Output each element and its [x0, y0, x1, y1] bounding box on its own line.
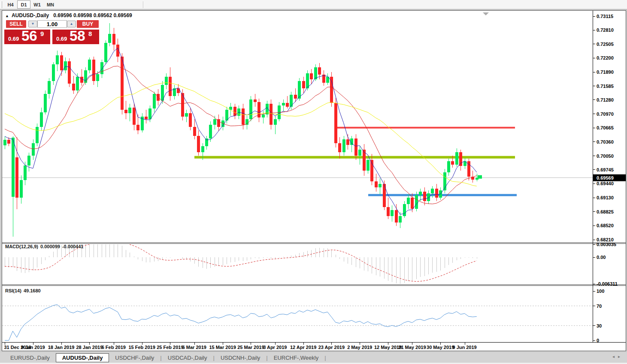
svg-text:30: 30 — [597, 323, 602, 328]
svg-text:0.73115: 0.73115 — [597, 14, 613, 19]
svg-text:0: 0 — [597, 338, 599, 343]
svg-text:30 May 2019: 30 May 2019 — [427, 345, 454, 350]
chart-title-row: ▲AUDUSD-,Daily0.69596 0.69598 0.69562 0.… — [5, 12, 132, 18]
collapse-trade-panel-icon[interactable]: ▲ — [5, 14, 9, 18]
tab-scroll-arrows: ◂▸ — [612, 354, 624, 359]
volume-increase-button[interactable]: ▲ — [67, 21, 76, 27]
chart-background — [2, 11, 626, 351]
svg-text:0.69569: 0.69569 — [597, 175, 614, 180]
tab-eurchf-weekly[interactable]: EURCHF-,Weekly — [269, 354, 324, 362]
svg-text:0.00: 0.00 — [597, 255, 606, 260]
svg-text:70: 70 — [597, 304, 602, 309]
svg-text:0.68520: 0.68520 — [597, 223, 614, 228]
svg-text:9 Jan 2019: 9 Jan 2019 — [21, 345, 45, 350]
timeframe-toolbar: H4 D1 W1 MN — [0, 0, 627, 9]
svg-text:25 Feb 2019: 25 Feb 2019 — [157, 345, 183, 350]
buy-price-base: 0.69 — [56, 36, 67, 42]
svg-text:18 Jan 2019: 18 Jan 2019 — [48, 345, 75, 350]
svg-text:0.72505: 0.72505 — [597, 42, 614, 47]
svg-text:0.69440: 0.69440 — [597, 181, 614, 186]
macd-indicator-label: MACD(12,26,9)0.000099-0.000441 — [5, 244, 85, 249]
svg-text:0.71280: 0.71280 — [597, 97, 614, 102]
rsi-name: RSI(14) — [5, 288, 21, 293]
svg-text:28 Jan 2019: 28 Jan 2019 — [76, 345, 103, 350]
tab-usdchf-daily[interactable]: USDCHF-,Daily — [110, 354, 159, 362]
svg-text:25 Mar 2019: 25 Mar 2019 — [237, 345, 264, 350]
tab-separator: | — [159, 355, 162, 361]
svg-text:3 Apr 2019: 3 Apr 2019 — [263, 345, 287, 350]
buy-price-box[interactable]: 0.69 58 8 — [52, 30, 99, 44]
svg-text:6 Feb 2019: 6 Feb 2019 — [102, 345, 126, 350]
price-chart-canvas[interactable]: 0.731150.728100.725050.722000.718900.715… — [2, 11, 626, 351]
timeframe-d1-button[interactable]: D1 — [17, 0, 30, 9]
svg-text:0.69745: 0.69745 — [597, 167, 614, 172]
svg-text:0.69130: 0.69130 — [597, 195, 614, 200]
tab-eurusd-daily[interactable]: EURUSD-,Daily — [5, 354, 55, 362]
macd-main-value: 0.000099 — [40, 244, 60, 249]
macd-signal-value: -0.000441 — [62, 244, 84, 249]
sell-price-box[interactable]: 0.69 56 9 — [4, 30, 50, 44]
tab-separator: | — [265, 355, 268, 361]
chart-ohlc-values: 0.69596 0.69598 0.69562 0.69569 — [53, 12, 132, 18]
toolbar-grip[interactable] — [1, 1, 2, 8]
svg-text:12 May 2019: 12 May 2019 — [374, 345, 402, 350]
svg-text:15 Mar 2019: 15 Mar 2019 — [209, 345, 236, 350]
svg-text:0.003035: 0.003035 — [597, 242, 616, 247]
svg-text:23 Apr 2019: 23 Apr 2019 — [318, 345, 345, 350]
tab-separator: | — [324, 355, 327, 361]
rsi-value: 49.1680 — [24, 288, 41, 293]
svg-text:100: 100 — [597, 289, 604, 294]
svg-text:12 Apr 2019: 12 Apr 2019 — [290, 345, 316, 350]
svg-text:0.70665: 0.70665 — [597, 125, 614, 130]
svg-text:0.68825: 0.68825 — [597, 209, 614, 214]
tab-audusd-daily[interactable]: AUDUSD-,Daily — [56, 353, 109, 362]
chart-window: 0.731150.728100.725050.722000.718900.715… — [2, 10, 626, 351]
buy-button[interactable]: BUY — [77, 20, 99, 28]
svg-text:0.72810: 0.72810 — [597, 27, 614, 33]
macd-name: MACD(12,26,9) — [5, 244, 38, 249]
one-click-trading-panel: SELL ▼ ▲ BUY 0.69 56 9 0.69 58 8 — [4, 20, 100, 45]
chart-symbol-title: AUDUSD-,Daily — [12, 12, 49, 18]
svg-text:0.71585: 0.71585 — [597, 84, 614, 89]
svg-text:6 Mar 2019: 6 Mar 2019 — [182, 345, 206, 350]
svg-text:0.70970: 0.70970 — [597, 111, 614, 117]
svg-text:9 Jun 2019: 9 Jun 2019 — [452, 345, 476, 350]
sell-price-pips: 56 — [21, 28, 37, 44]
buy-price-pips: 58 — [70, 28, 85, 44]
svg-text:-0.006311: -0.006311 — [597, 281, 618, 286]
sell-button[interactable]: SELL — [6, 20, 26, 28]
svg-text:15 Feb 2019: 15 Feb 2019 — [128, 345, 155, 350]
buy-price-point: 8 — [88, 30, 92, 37]
timeframe-mn-button[interactable]: MN — [44, 0, 57, 9]
tab-scroll-right-icon[interactable]: ▸ — [618, 354, 624, 359]
chart-tabs-bar: EURUSD-,Daily AUDUSD-,Daily USDCHF-,Dail… — [0, 352, 627, 363]
timeframe-h4-button[interactable]: H4 — [4, 0, 17, 9]
toolbar-separator — [143, 1, 144, 8]
svg-text:0.70050: 0.70050 — [597, 153, 614, 159]
sell-price-point: 9 — [40, 30, 44, 37]
tab-separator: | — [212, 355, 215, 361]
tab-scroll-left-icon[interactable]: ◂ — [612, 354, 618, 359]
svg-text:0.72200: 0.72200 — [597, 55, 614, 60]
volume-decrease-button[interactable]: ▼ — [28, 21, 37, 27]
last-price-marker — [478, 175, 482, 179]
svg-text:2 May 2019: 2 May 2019 — [347, 345, 372, 350]
timeframe-w1-button[interactable]: W1 — [30, 0, 44, 9]
tab-usdcad-daily[interactable]: USDCAD-,Daily — [163, 354, 212, 362]
svg-text:21 May 2019: 21 May 2019 — [398, 345, 426, 350]
tab-usdcnh-daily[interactable]: USDCNH-,Daily — [215, 354, 265, 362]
sell-price-base: 0.69 — [8, 36, 19, 42]
volume-input[interactable] — [37, 20, 67, 28]
svg-text:0.70360: 0.70360 — [597, 139, 614, 144]
svg-text:0.71890: 0.71890 — [597, 69, 614, 75]
rsi-indicator-label: RSI(14)49.1680 — [5, 288, 43, 293]
